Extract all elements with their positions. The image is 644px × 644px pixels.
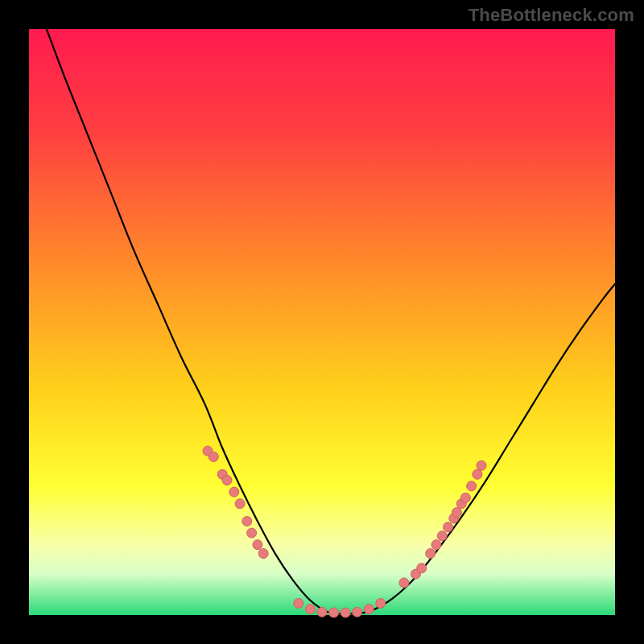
marker-dot bbox=[417, 564, 427, 573]
marker-dot bbox=[235, 499, 245, 509]
marker-dot bbox=[467, 481, 477, 491]
plot-area bbox=[29, 29, 615, 615]
marker-dot bbox=[247, 528, 257, 538]
marker-dot bbox=[460, 493, 470, 502]
marker-dot bbox=[222, 476, 232, 485]
curve-layer bbox=[29, 29, 615, 615]
marker-dot bbox=[305, 605, 315, 614]
marker-dot bbox=[376, 598, 386, 608]
data-markers bbox=[203, 446, 486, 617]
marker-dot bbox=[426, 549, 436, 559]
marker-dot bbox=[473, 469, 482, 479]
marker-dot bbox=[364, 605, 374, 614]
marker-dot bbox=[229, 487, 239, 497]
marker-dot bbox=[431, 540, 441, 550]
attribution-text: TheBottleneck.com bbox=[469, 5, 634, 26]
marker-dot bbox=[242, 517, 252, 526]
marker-dot bbox=[477, 460, 486, 470]
marker-dot bbox=[208, 452, 218, 461]
marker-dot bbox=[444, 522, 453, 532]
marker-dot bbox=[294, 598, 303, 608]
marker-dot bbox=[353, 607, 362, 617]
marker-dot bbox=[317, 607, 327, 617]
marker-dot bbox=[399, 578, 409, 588]
marker-dot bbox=[329, 608, 339, 617]
marker-dot bbox=[253, 540, 262, 550]
bottleneck-curve bbox=[47, 29, 615, 614]
chart-frame: TheBottleneck.com bbox=[0, 0, 644, 644]
marker-dot bbox=[437, 531, 447, 541]
marker-dot bbox=[452, 508, 461, 518]
marker-dot bbox=[341, 608, 350, 617]
marker-dot bbox=[258, 549, 268, 559]
